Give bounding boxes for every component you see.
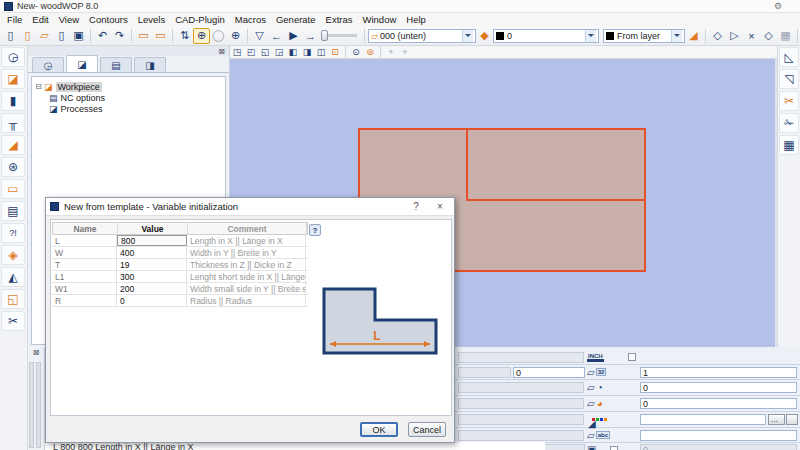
- menu-contours[interactable]: Contours: [84, 13, 133, 26]
- sawing-icon[interactable]: ◢: [1, 135, 25, 155]
- new-from-clipboard-icon[interactable]: ▯: [53, 28, 70, 44]
- variables-panel-close-icon[interactable]: ⊠: [28, 348, 44, 357]
- variable-list-row[interactable]: L 800 800 Length in X || Länge in X: [45, 442, 545, 450]
- tab-list[interactable]: ▤: [100, 57, 132, 72]
- table-tool-icon[interactable]: ▦: [777, 28, 794, 44]
- name-field[interactable]: [640, 430, 797, 441]
- panel-close-icon[interactable]: ⊠: [218, 47, 225, 56]
- tab-contours[interactable]: ◶: [32, 57, 64, 72]
- dialog-title-bar[interactable]: New from template - Variable initializat…: [46, 198, 454, 216]
- horizontal-drilling-icon[interactable]: ╥: [1, 113, 25, 133]
- colors-field[interactable]: [640, 414, 766, 425]
- step-back-icon[interactable]: ←: [268, 28, 285, 44]
- undo-icon[interactable]: ↶: [94, 28, 111, 44]
- menu-edit[interactable]: Edit: [27, 13, 53, 26]
- milling-icon[interactable]: ◭: [1, 267, 25, 287]
- clamping-icon[interactable]: ◈: [1, 245, 25, 265]
- table-row[interactable]: W 400 Width in Y || Breite in Y: [52, 247, 308, 259]
- move-origin-icon[interactable]: +: [384, 46, 398, 58]
- ok-button[interactable]: OK: [360, 422, 398, 437]
- view-cube-top-icon[interactable]: ◳: [230, 46, 244, 58]
- comment-macro-icon[interactable]: ?!: [1, 223, 25, 243]
- time1-field[interactable]: 0: [640, 382, 797, 393]
- gear-icon[interactable]: ⚙: [774, 1, 782, 11]
- menu-window[interactable]: Window: [358, 13, 402, 26]
- pocket-icon[interactable]: ▭: [1, 179, 25, 199]
- variables-panel-scrollbar[interactable]: [29, 362, 34, 448]
- tree-expander-icon[interactable]: ⊟: [34, 82, 43, 91]
- pocket-macro-icon[interactable]: ◪: [1, 69, 25, 89]
- split-contour-icon[interactable]: ✁: [779, 113, 799, 133]
- dropdown-arrow-icon[interactable]: [585, 30, 596, 42]
- cell-value[interactable]: 800: [117, 235, 187, 246]
- polygon-icon[interactable]: ▷: [726, 28, 743, 44]
- tab-machine[interactable]: ◨: [134, 57, 166, 72]
- pen-style-icon[interactable]: ◢: [685, 28, 702, 44]
- polyline-icon[interactable]: ◇: [709, 28, 726, 44]
- nesting-icon[interactable]: ◱: [1, 289, 25, 309]
- copy-contour-icon[interactable]: ▭: [135, 28, 152, 44]
- cell-value[interactable]: 300: [117, 271, 187, 282]
- view-wireframe-icon[interactable]: ⊡: [328, 46, 342, 58]
- workpiece-step-horizontal-line[interactable]: [466, 199, 646, 201]
- tree-item-workpiece[interactable]: ⊟ ◪ Workpiece: [34, 81, 223, 92]
- view-sphere-icon[interactable]: ◯: [210, 28, 227, 44]
- table-row[interactable]: T 19 Thickness in Z || Dicke in Z: [52, 259, 308, 271]
- table-row[interactable]: L1 300 Lenght short side in X || Länge k…: [52, 271, 308, 283]
- menu-extras[interactable]: Extras: [321, 13, 358, 26]
- measure-angle-icon[interactable]: ◹: [779, 69, 799, 89]
- trim-lines-icon[interactable]: ×: [743, 28, 760, 44]
- cutting-icon[interactable]: ✂: [1, 311, 25, 331]
- layer-dropdown[interactable]: ▱ 000 (unten): [368, 29, 476, 43]
- table-row[interactable]: W1 200 Width small side in Y || Breite s…: [52, 283, 308, 295]
- browse-button[interactable]: ...: [768, 414, 785, 425]
- redo-icon[interactable]: ↷: [111, 28, 128, 44]
- contour-tool-icon[interactable]: ◶: [1, 47, 25, 67]
- tree-item-label[interactable]: Processes: [61, 104, 103, 114]
- menu-cad-plugin[interactable]: CAD-Plugin: [170, 13, 230, 26]
- tab-workpiece[interactable]: ◪: [66, 55, 98, 72]
- cell-value[interactable]: 0: [117, 295, 187, 306]
- play-icon[interactable]: ▶: [285, 28, 302, 44]
- tree-item-label[interactable]: NC options: [61, 93, 106, 103]
- save-icon[interactable]: ▣: [70, 28, 87, 44]
- slider-handle[interactable]: [321, 30, 328, 41]
- view-cube-back-icon[interactable]: ◧: [286, 46, 300, 58]
- new-file-icon[interactable]: ▯: [2, 28, 19, 44]
- line-style-dropdown[interactable]: From layer: [603, 29, 685, 43]
- nc-document-icon[interactable]: ▤: [1, 201, 25, 221]
- menu-generate[interactable]: Generate: [271, 13, 321, 26]
- view-cube-front-icon[interactable]: ◰: [244, 46, 258, 58]
- zoom-fit-icon[interactable]: ⊙: [349, 46, 363, 58]
- toolbox-icon[interactable]: ▦: [779, 135, 799, 155]
- paste-contour-icon[interactable]: ▭: [152, 28, 169, 44]
- dialog-close-button[interactable]: ×: [430, 201, 450, 212]
- dropdown-arrow-icon[interactable]: [462, 30, 473, 42]
- line-color-dropdown[interactable]: 0: [493, 29, 599, 43]
- rhombus-tool-icon[interactable]: ◇: [760, 28, 777, 44]
- workpiece-step-vertical-line[interactable]: [466, 128, 468, 201]
- table-row[interactable]: R 0 Radius || Radius: [52, 295, 308, 307]
- view-cube-iso-icon[interactable]: ◫: [314, 46, 328, 58]
- menu-file[interactable]: File: [2, 13, 27, 26]
- cell-value[interactable]: 400: [117, 247, 187, 258]
- move-view-icon[interactable]: +: [398, 46, 412, 58]
- filter-icon[interactable]: ▽: [251, 28, 268, 44]
- column-header-value[interactable]: Value: [118, 223, 188, 234]
- comment-help-icon[interactable]: ?: [309, 224, 321, 236]
- menu-macros[interactable]: Macros: [230, 13, 271, 26]
- dropdown-arrow-icon[interactable]: [671, 30, 682, 42]
- tree-item-processes[interactable]: ◪ Processes: [34, 103, 223, 114]
- simulation-slider[interactable]: [323, 34, 357, 37]
- time2-field[interactable]: 0: [640, 398, 797, 409]
- paint-bucket-icon[interactable]: ◆: [476, 28, 493, 44]
- column-header-comment[interactable]: Comment: [188, 223, 307, 234]
- view-cube-left-icon[interactable]: ◱: [258, 46, 272, 58]
- table-row[interactable]: L 800 Length in X || Länge in X: [52, 235, 308, 247]
- layers-checkbox[interactable]: [610, 446, 618, 450]
- view-cube-right-icon[interactable]: ◲: [272, 46, 286, 58]
- measure-length-icon[interactable]: ◺: [779, 47, 799, 67]
- color-picker-button[interactable]: [786, 414, 798, 425]
- dialog-help-button[interactable]: ?: [406, 201, 426, 212]
- transfer-icon[interactable]: ⇅: [176, 28, 193, 44]
